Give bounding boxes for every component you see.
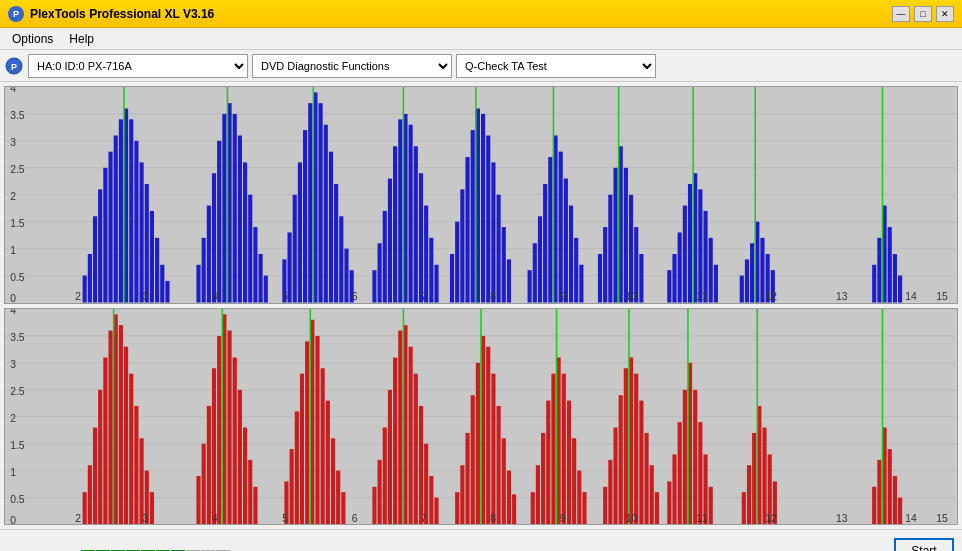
svg-rect-204 — [300, 373, 304, 524]
svg-rect-91 — [502, 227, 506, 302]
svg-rect-112 — [629, 195, 633, 303]
svg-text:2.5: 2.5 — [10, 384, 24, 396]
svg-rect-243 — [541, 432, 545, 524]
svg-rect-75 — [414, 146, 418, 302]
svg-rect-235 — [491, 373, 495, 524]
svg-rect-268 — [683, 389, 687, 524]
start-button[interactable]: Start — [894, 538, 954, 552]
main-content: 4 3.5 3 2.5 2 1.5 1 0.5 0 — [0, 82, 962, 529]
svg-rect-116 — [667, 270, 671, 302]
close-button[interactable]: ✕ — [936, 6, 954, 22]
svg-rect-119 — [683, 206, 687, 303]
svg-rect-118 — [678, 232, 682, 302]
svg-text:7: 7 — [421, 512, 427, 524]
svg-rect-186 — [150, 492, 154, 524]
menu-options[interactable]: Options — [4, 30, 61, 48]
svg-rect-203 — [295, 411, 299, 524]
svg-text:3.5: 3.5 — [10, 109, 24, 121]
svg-text:8: 8 — [490, 290, 496, 302]
svg-rect-223 — [419, 405, 423, 524]
svg-text:4: 4 — [10, 309, 16, 316]
svg-text:8: 8 — [490, 512, 496, 524]
svg-rect-251 — [582, 492, 586, 524]
svg-rect-26 — [119, 119, 123, 302]
svg-rect-271 — [698, 422, 702, 524]
svg-rect-212 — [341, 492, 345, 524]
svg-rect-189 — [202, 443, 206, 524]
svg-rect-44 — [233, 114, 237, 303]
svg-rect-250 — [577, 470, 581, 524]
app-icon: P — [8, 6, 24, 22]
svg-rect-173 — [83, 492, 87, 524]
svg-rect-230 — [465, 432, 469, 524]
svg-rect-74 — [409, 125, 413, 303]
svg-rect-32 — [150, 211, 154, 303]
svg-rect-191 — [212, 368, 216, 524]
svg-text:0.5: 0.5 — [10, 492, 24, 504]
svg-rect-228 — [455, 492, 459, 524]
svg-rect-111 — [624, 168, 628, 303]
menu-help[interactable]: Help — [61, 30, 102, 48]
svg-text:9: 9 — [560, 512, 566, 524]
svg-rect-283 — [872, 486, 876, 524]
svg-rect-103 — [574, 238, 578, 303]
svg-rect-45 — [238, 135, 242, 302]
svg-rect-48 — [253, 227, 257, 302]
svg-rect-218 — [393, 357, 397, 524]
maximize-button[interactable]: □ — [914, 6, 932, 22]
svg-text:0: 0 — [10, 514, 16, 524]
svg-rect-124 — [709, 238, 713, 303]
svg-rect-117 — [672, 254, 676, 302]
svg-rect-123 — [703, 211, 707, 303]
svg-rect-38 — [202, 238, 206, 303]
window-title: PlexTools Professional XL V3.16 — [30, 7, 214, 21]
svg-rect-40 — [212, 173, 216, 302]
title-bar: P PlexTools Professional XL V3.16 — □ ✕ — [0, 0, 962, 28]
svg-rect-34 — [160, 265, 164, 303]
svg-rect-209 — [326, 400, 330, 524]
test-select[interactable]: Q-Check TA Test — [456, 54, 656, 78]
svg-rect-68 — [378, 243, 382, 302]
svg-rect-78 — [429, 238, 433, 303]
svg-text:0: 0 — [10, 292, 16, 302]
title-bar-left: P PlexTools Professional XL V3.16 — [8, 6, 214, 22]
svg-rect-225 — [429, 476, 433, 524]
svg-text:7: 7 — [421, 290, 427, 302]
svg-rect-20 — [88, 254, 92, 302]
svg-rect-55 — [298, 162, 302, 302]
minimize-button[interactable]: — — [892, 6, 910, 22]
svg-text:3: 3 — [143, 512, 149, 524]
chart-top-svg: 4 3.5 3 2.5 2 1.5 1 0.5 0 — [5, 87, 957, 303]
svg-rect-253 — [603, 486, 607, 524]
svg-rect-35 — [165, 281, 169, 303]
svg-rect-288 — [898, 497, 902, 524]
svg-text:3: 3 — [10, 358, 16, 370]
svg-rect-254 — [608, 459, 612, 524]
svg-text:11: 11 — [696, 290, 708, 302]
svg-text:4: 4 — [212, 290, 218, 302]
svg-rect-70 — [388, 179, 392, 303]
svg-text:4: 4 — [10, 87, 16, 94]
function-select[interactable]: DVD Diagnostic Functions — [252, 54, 452, 78]
device-select[interactable]: HA:0 ID:0 PX-716A — [28, 54, 248, 78]
svg-rect-183 — [134, 405, 138, 524]
svg-rect-104 — [579, 265, 583, 303]
svg-rect-239 — [512, 494, 516, 524]
svg-rect-276 — [747, 465, 751, 524]
svg-rect-238 — [507, 470, 511, 524]
svg-rect-226 — [434, 497, 438, 524]
svg-rect-231 — [471, 395, 475, 524]
window-controls[interactable]: — □ ✕ — [892, 6, 954, 22]
svg-rect-54 — [293, 195, 297, 303]
svg-rect-216 — [383, 427, 387, 524]
svg-text:1: 1 — [10, 465, 16, 477]
svg-text:10: 10 — [626, 512, 638, 524]
svg-rect-277 — [752, 432, 756, 524]
bottom-panel: Jitter: 5 Peak Shift: — [0, 529, 962, 551]
svg-rect-22 — [98, 189, 102, 302]
svg-rect-28 — [129, 119, 133, 302]
svg-rect-72 — [398, 119, 402, 302]
svg-rect-95 — [533, 243, 537, 302]
svg-rect-67 — [372, 270, 376, 302]
svg-rect-97 — [543, 184, 547, 303]
